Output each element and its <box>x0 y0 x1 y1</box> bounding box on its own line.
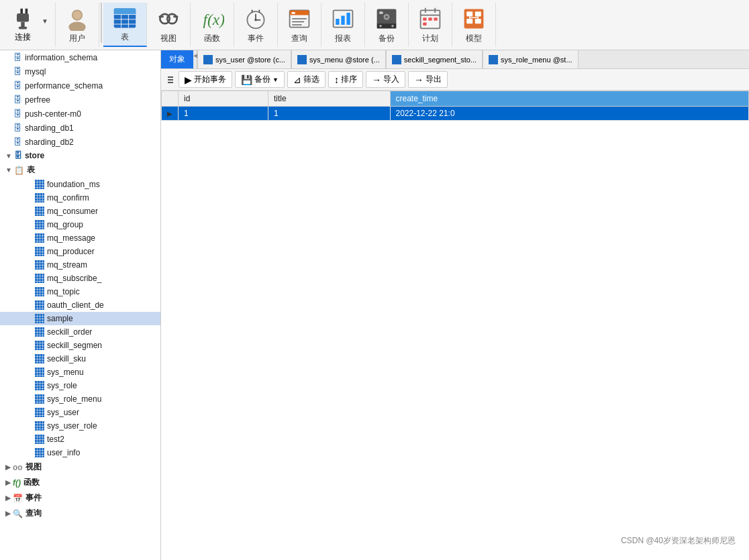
tab-sys-user[interactable]: sys_user @store (c... <box>197 50 291 68</box>
sidebar-item-mq-stream[interactable]: mq_stream <box>0 258 160 272</box>
import-button[interactable]: → 导入 <box>366 71 405 88</box>
sort-button[interactable]: ↕ 排序 <box>328 71 363 88</box>
view-section[interactable]: 视图 <box>147 3 191 47</box>
report-section[interactable]: 报表 <box>321 3 365 47</box>
svg-point-23 <box>254 19 257 21</box>
data-grid-container: id title create_time ▶ 1 1 2022-12-22 21… <box>161 91 749 560</box>
sidebar-item-sys-user-role[interactable]: sys_user_role <box>0 419 160 433</box>
queries-expand-icon: ▶ <box>5 510 11 517</box>
sidebar-item-sys-role[interactable]: sys_role <box>0 379 160 392</box>
sidebar-item-store[interactable]: ▼ 🗄 store <box>0 149 160 162</box>
sidebar-item-information-schema[interactable]: 🗄 information_schema <box>0 50 160 64</box>
sidebar-item-mq-producer[interactable]: mq_producer <box>0 245 160 258</box>
action-toolbar: ▶ 开始事务 💾 备份 ▼ ⊿ 筛选 ↕ 排序 → 导入 → <box>161 69 749 91</box>
table-name: seckill_segmen <box>47 341 102 350</box>
table-row-icon <box>35 368 44 377</box>
row-arrow-cell: ▶ <box>162 107 179 121</box>
svg-rect-39 <box>379 11 383 14</box>
sidebar-events-section[interactable]: ▶ 📅 事件 <box>0 490 160 506</box>
sidebar-item-sys-user[interactable]: sys_user <box>0 406 160 419</box>
sidebar-item-sys-menu[interactable]: sys_menu <box>0 366 160 379</box>
export-button[interactable]: → 导出 <box>408 71 448 88</box>
table-row-icon <box>35 260 44 270</box>
sidebar-item-seckill-segment[interactable]: seckill_segmen <box>0 339 160 352</box>
hamburger-line <box>168 76 173 78</box>
sidebar-item-performance-schema[interactable]: 🗄 performance_schema <box>0 78 160 93</box>
sidebar-item-mq-subscribe[interactable]: mq_subscribe_ <box>0 272 160 285</box>
tab-sys-role-menu[interactable]: sys_role_menu @st... <box>483 50 579 68</box>
sidebar-item-perfree[interactable]: 🗄 perfree <box>0 93 160 107</box>
sidebar-item-mq-topic[interactable]: mq_topic <box>0 285 160 298</box>
backup-button[interactable]: 💾 备份 ▼ <box>235 71 285 88</box>
table-name: mq_stream <box>47 260 87 270</box>
sidebar-item-seckill-sku[interactable]: seckill_sku <box>0 352 160 366</box>
table-section[interactable]: 表 <box>103 3 147 47</box>
db-icon: 🗄 <box>13 52 22 62</box>
sidebar-item-oauth-client[interactable]: oauth_client_de <box>0 298 160 312</box>
sidebar-item-sample[interactable]: sample <box>0 312 160 325</box>
model-section[interactable]: 模型 <box>452 3 496 47</box>
user-section[interactable]: 用户 <box>56 3 99 47</box>
column-create-time-header[interactable]: create_time <box>390 91 749 107</box>
sidebar-item-foundation-ms[interactable]: foundation_ms <box>0 178 160 191</box>
cell-create-time[interactable]: 2022-12-22 21:0 <box>390 107 749 121</box>
sidebar-item-user-info[interactable]: user_info <box>0 446 160 459</box>
table-label: 表 <box>121 32 129 43</box>
sidebar-functions-section[interactable]: ▶ f() 函数 <box>0 475 160 490</box>
tab-seckill-segment[interactable]: seckill_segment_sto... <box>386 50 483 68</box>
table-row-icon <box>35 247 44 256</box>
tab-table-icon <box>203 55 213 64</box>
sidebar-views-section[interactable]: ▶ oo 视图 <box>0 459 160 475</box>
hamburger-menu[interactable] <box>165 74 176 86</box>
sidebar-queries-section[interactable]: ▶ 🔍 查询 <box>0 506 160 521</box>
watermark: CSDN @40岁资深老架构师尼恩 <box>621 535 736 547</box>
sidebar-item-mq-consumer[interactable]: mq_consumer <box>0 205 160 218</box>
table-row-icon <box>35 341 44 350</box>
table-row[interactable]: ▶ 1 1 2022-12-22 21:0 <box>162 107 749 121</box>
column-title-header[interactable]: title <box>268 91 390 107</box>
start-transaction-label: 开始事务 <box>194 74 226 85</box>
sidebar-item-sharding-db2[interactable]: 🗄 sharding_db2 <box>0 135 160 149</box>
table-name: mq_producer <box>47 247 95 256</box>
table-name: mq_group <box>47 220 83 229</box>
query-section[interactable]: 查询 <box>278 3 321 47</box>
column-id-header[interactable]: id <box>179 91 268 107</box>
backup-section[interactable]: 备份 <box>365 3 409 47</box>
schedule-section[interactable]: 计划 <box>409 3 452 47</box>
db-icon: 🗄 <box>13 123 22 133</box>
sidebar-item-push-center[interactable]: 🗄 push-center-m0 <box>0 107 160 121</box>
db-name: mysql <box>25 67 46 76</box>
objects-button[interactable]: 对象 <box>161 50 193 68</box>
backup-icon <box>373 5 400 32</box>
tab-sys-menu[interactable]: sys_menu @store (... <box>291 50 386 68</box>
svg-rect-35 <box>346 13 350 25</box>
table-row-icon <box>35 274 44 283</box>
sidebar-item-mq-message[interactable]: mq_message <box>0 231 160 245</box>
cell-title[interactable]: 1 <box>268 107 390 121</box>
svg-rect-17 <box>159 15 164 17</box>
sidebar-item-sys-role-menu[interactable]: sys_role_menu <box>0 392 160 406</box>
connect-dropdown-arrow[interactable]: ▼ <box>42 17 48 25</box>
svg-rect-18 <box>173 15 178 17</box>
event-section[interactable]: 事件 <box>234 3 278 47</box>
sidebar-item-mq-group[interactable]: mq_group <box>0 218 160 231</box>
start-transaction-button[interactable]: ▶ 开始事务 <box>179 71 232 88</box>
function-section[interactable]: f(x) 函数 <box>191 3 234 47</box>
svg-rect-49 <box>434 17 437 21</box>
svg-rect-50 <box>423 22 426 25</box>
sidebar-item-sharding-db1[interactable]: 🗄 sharding_db1 <box>0 121 160 135</box>
table-row-icon <box>35 207 44 216</box>
sidebar-item-mq-confirm[interactable]: mq_confirm <box>0 191 160 205</box>
sidebar-tables-section[interactable]: ▼ 📋 表 <box>0 162 160 178</box>
table-row-icon <box>35 435 44 444</box>
table-name: seckill_sku <box>47 354 86 363</box>
svg-rect-2 <box>17 13 29 22</box>
sidebar-item-mysql[interactable]: 🗄 mysql <box>0 64 160 78</box>
filter-button[interactable]: ⊿ 筛选 <box>287 71 326 88</box>
sidebar-item-seckill-order[interactable]: seckill_order <box>0 325 160 339</box>
connect-button[interactable]: 连接 <box>7 6 39 44</box>
cell-id[interactable]: 1 <box>179 107 268 121</box>
sidebar-item-test2[interactable]: test2 <box>0 433 160 446</box>
tab-label: sys_role_menu @st... <box>501 56 572 64</box>
svg-rect-47 <box>423 17 426 21</box>
